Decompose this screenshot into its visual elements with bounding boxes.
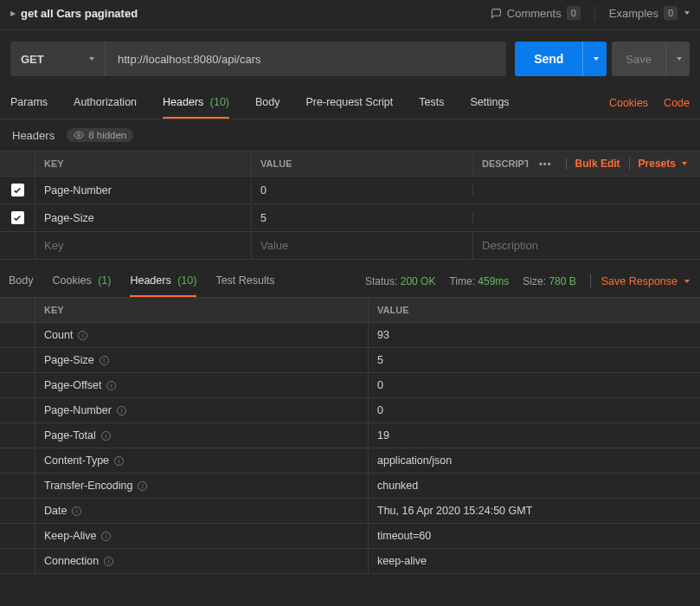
tab-body[interactable]: Body xyxy=(255,87,280,119)
info-icon[interactable]: i xyxy=(78,331,87,340)
resp-header-value: timeout=60 xyxy=(368,524,700,548)
resp-header-key: Counti xyxy=(35,323,368,347)
info-icon[interactable]: i xyxy=(101,431,111,441)
url-input[interactable] xyxy=(106,42,506,76)
new-row[interactable]: Key Value Description xyxy=(0,232,700,260)
resp-table-row: Page-Sizei5 xyxy=(0,348,700,373)
header-value[interactable]: 0 xyxy=(251,178,472,203)
request-tabs: Params Authorization Headers (10) Body P… xyxy=(0,87,700,119)
comments-label: Comments xyxy=(507,7,562,20)
resp-header-value: 5 xyxy=(368,348,700,372)
bulk-edit-link[interactable]: Bulk Edit xyxy=(575,158,620,170)
chevron-down-icon xyxy=(684,11,690,15)
header-key[interactable]: Page-Size xyxy=(35,206,251,230)
chevron-down-icon xyxy=(594,57,599,61)
value-placeholder[interactable]: Value xyxy=(251,232,472,259)
col-description: DESCRIPTIO xyxy=(472,152,528,176)
header-description[interactable] xyxy=(472,212,700,224)
info-icon[interactable]: i xyxy=(106,381,116,390)
resp-tab-headers[interactable]: Headers (10) xyxy=(130,266,196,297)
resp-header-key: Keep-Alivei xyxy=(35,524,368,548)
resp-tab-testresults[interactable]: Test Results xyxy=(215,266,274,297)
resp-tab-body[interactable]: Body xyxy=(9,266,34,297)
headers-sub-label: Headers xyxy=(12,129,55,142)
table-row[interactable]: Page-Number 0 xyxy=(0,177,700,204)
header-key[interactable]: Page-Number xyxy=(35,178,251,203)
resp-table-row: Page-Totali19 xyxy=(0,423,700,448)
hidden-headers-toggle[interactable]: 8 hidden xyxy=(67,128,133,142)
resp-header-key: Datei xyxy=(35,499,368,523)
request-name: get all Cars paginated xyxy=(21,7,491,20)
resp-header-value: keep-alive xyxy=(368,549,700,573)
resp-header-value: application/json xyxy=(368,448,700,473)
resp-table-row: Transfer-Encodingichunked xyxy=(0,474,700,499)
resp-header-value: chunked xyxy=(368,474,700,498)
table-row[interactable]: Page-Size 5 xyxy=(0,204,700,232)
resp-table-row: Connectionikeep-alive xyxy=(0,549,700,574)
resp-header-key: Page-Offseti xyxy=(35,373,368,397)
tab-params[interactable]: Params xyxy=(10,87,48,119)
resp-header-value: 93 xyxy=(368,323,700,347)
header-value[interactable]: 5 xyxy=(251,206,472,230)
time-meta: Time: 459ms xyxy=(449,275,509,287)
save-options-button[interactable] xyxy=(665,42,690,76)
tab-settings[interactable]: Settings xyxy=(470,87,509,119)
chevron-down-icon xyxy=(682,162,687,165)
info-icon[interactable]: i xyxy=(72,506,81,516)
request-row: GET Send Save xyxy=(0,30,700,87)
status-meta: Status: 200 OK xyxy=(365,275,435,287)
eye-icon xyxy=(74,130,84,140)
description-placeholder[interactable]: Description xyxy=(472,232,700,259)
info-icon[interactable]: i xyxy=(100,356,109,365)
save-button[interactable]: Save xyxy=(612,42,665,76)
tab-tests[interactable]: Tests xyxy=(419,87,444,119)
comment-icon xyxy=(491,8,502,19)
resp-table-row: Page-Offseti0 xyxy=(0,373,700,398)
resp-header-key: Transfer-Encodingi xyxy=(35,474,368,498)
resp-header-value: 19 xyxy=(368,423,700,448)
examples-button[interactable]: Examples 0 xyxy=(609,6,690,20)
response-tabs: Body Cookies (1) Headers (10) Test Resul… xyxy=(0,261,700,297)
info-icon[interactable]: i xyxy=(104,557,113,566)
save-response-button[interactable]: Save Response xyxy=(601,275,690,287)
svg-point-0 xyxy=(78,134,80,137)
comments-button[interactable]: Comments 0 xyxy=(491,6,581,20)
resp-header-key: Page-Totali xyxy=(35,423,368,448)
method-select[interactable]: GET xyxy=(10,42,106,76)
title-bar: ▶ get all Cars paginated Comments 0 Exam… xyxy=(0,0,700,30)
hidden-count: 8 hidden xyxy=(88,130,126,140)
tab-headers-label: Headers xyxy=(163,96,203,108)
chevron-down-icon xyxy=(684,280,690,283)
tab-headers[interactable]: Headers (10) xyxy=(163,87,229,119)
info-icon[interactable]: i xyxy=(114,456,124,466)
row-checkbox[interactable] xyxy=(11,184,24,197)
row-checkbox[interactable] xyxy=(11,211,24,224)
resp-header-key: Connectioni xyxy=(35,549,368,573)
tab-headers-count: (10) xyxy=(210,96,229,108)
resp-table-row: DateiThu, 16 Apr 2020 15:24:50 GMT xyxy=(0,499,700,524)
send-button[interactable]: Send xyxy=(515,42,582,76)
tab-authorization[interactable]: Authorization xyxy=(74,87,137,119)
resp-header-key: Content-Typei xyxy=(35,448,368,473)
key-placeholder[interactable]: Key xyxy=(35,232,251,259)
header-description[interactable] xyxy=(472,184,700,197)
resp-col-key: KEY xyxy=(35,298,368,322)
info-icon[interactable]: i xyxy=(138,481,147,491)
info-icon[interactable]: i xyxy=(117,406,126,416)
comments-count: 0 xyxy=(567,6,581,20)
resp-table-row: Content-Typeiapplication/json xyxy=(0,448,700,474)
tab-prerequest[interactable]: Pre-request Script xyxy=(306,87,394,119)
presets-link[interactable]: Presets xyxy=(639,158,687,170)
examples-count: 0 xyxy=(664,6,678,20)
method-label: GET xyxy=(21,53,87,66)
chevron-down-icon xyxy=(89,57,94,61)
expand-icon[interactable]: ▶ xyxy=(10,10,16,17)
headers-subheading: Headers 8 hidden xyxy=(0,119,700,151)
cookies-link[interactable]: Cookies xyxy=(609,97,648,109)
info-icon[interactable]: i xyxy=(101,532,111,541)
resp-tab-cookies[interactable]: Cookies (1) xyxy=(53,266,112,297)
code-link[interactable]: Code xyxy=(664,97,690,109)
more-options-icon[interactable]: ••• xyxy=(539,158,552,169)
resp-header-value: Thu, 16 Apr 2020 15:24:50 GMT xyxy=(368,499,700,523)
send-options-button[interactable] xyxy=(582,42,607,76)
